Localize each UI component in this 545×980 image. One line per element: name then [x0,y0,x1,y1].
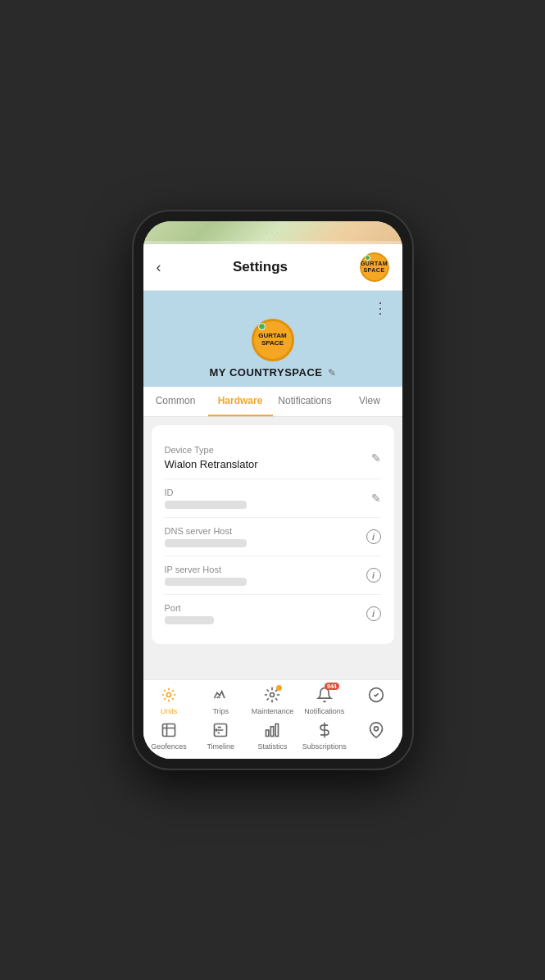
tab-hardware[interactable]: Hardware [208,387,273,416]
info-port-icon[interactable]: i [366,606,381,621]
nav-statistics[interactable]: Statistics [247,720,298,752]
field-label-device-type: Device Type [165,445,365,455]
svg-rect-3 [163,724,175,737]
field-label-dns: DNS server Host [165,526,360,536]
notifications-label: Notifications [304,707,344,715]
field-device-type: Device Type Wialon Retranslator ✎ [165,437,381,479]
svg-rect-8 [276,724,279,737]
app-screen: ‹ Settings GURTAMSPACE ⋮ GURTAMSPACE [143,244,402,759]
trips-label: Trips [212,707,229,715]
settings-tabs: Common Hardware Notifications View [143,387,402,417]
nav-units[interactable]: Units [143,685,195,717]
svg-point-10 [374,727,378,731]
maintenance-icon [264,687,280,706]
statistics-label: Statistics [257,742,287,751]
profile-online-indicator [258,323,266,330]
tab-notifications[interactable]: Notifications [273,387,338,416]
field-id: ID ✎ [165,479,381,518]
units-label: Units [161,707,178,715]
field-value-port [165,616,214,624]
geofences-label: Geofences [151,742,187,751]
subscriptions-icon [316,722,333,741]
nav-geofences[interactable]: Geofences [143,720,195,752]
timeline-label: Timeline [207,742,234,751]
field-value-device-type: Wialon Retranslator [165,458,365,470]
profile-logo: GURTAMSPACE [252,319,294,361]
field-label-ip: IP server Host [165,565,360,574]
field-label-port: Port [165,603,360,613]
tab-common[interactable]: Common [143,387,208,416]
svg-point-1 [270,693,275,697]
info-ip-icon[interactable]: i [366,568,381,583]
svg-point-0 [167,693,171,697]
bell-icon: 944 [316,687,333,706]
field-label-id: ID [165,488,365,497]
phone-screen: · · · ‹ Settings GURTAMSPACE ⋮ [143,221,402,759]
check-icon [368,687,384,706]
svg-rect-7 [271,727,274,737]
avatar-logo-text: GURTAMSPACE [361,261,388,273]
field-dns-host: DNS server Host i [165,518,381,556]
maintenance-badge [276,685,282,691]
content-area: Device Type Wialon Retranslator ✎ ID ✎ [143,417,402,679]
field-port: Port i [165,595,381,633]
notifications-badge: 944 [325,683,339,690]
field-value-id [165,501,247,509]
online-indicator [365,255,370,261]
hardware-card: Device Type Wialon Retranslator ✎ ID ✎ [152,425,394,644]
profile-banner: ⋮ GURTAMSPACE MY COUNTRYSPACE ✎ [143,291,402,387]
nav-timeline[interactable]: Timeline [195,720,247,752]
pin-icon [368,722,384,741]
profile-logo-text: GURTAMSPACE [258,333,287,347]
map-label: · · · [266,229,279,237]
field-value-ip [165,578,247,586]
geofences-icon [161,722,177,741]
profile-edit-icon[interactable]: ✎ [328,367,336,379]
info-dns-icon[interactable]: i [366,529,381,544]
nav-trips[interactable]: Trips [195,685,247,717]
units-icon [161,687,177,706]
nav-notifications[interactable]: 944 Notifications [298,685,350,717]
nav-maintenance[interactable]: Maintenance [247,685,298,717]
nav-subscriptions[interactable]: Subscriptions [298,720,350,752]
avatar-button[interactable]: GURTAMSPACE [360,252,389,282]
edit-device-type-icon[interactable]: ✎ [371,451,381,465]
tab-view[interactable]: View [338,387,402,416]
edit-id-icon[interactable]: ✎ [371,492,381,505]
svg-point-5 [216,729,217,731]
phone-frame: · · · ‹ Settings GURTAMSPACE ⋮ [134,211,412,769]
subscriptions-label: Subscriptions [302,742,347,751]
statistics-icon [264,722,280,741]
nav-check[interactable] [350,685,402,717]
trips-icon [212,687,229,706]
maintenance-label: Maintenance [252,707,294,715]
map-status-bar: · · · [143,221,402,244]
timeline-icon [212,722,229,741]
bottom-nav-row-2: Geofences Timeline [143,719,402,754]
more-options-button[interactable]: ⋮ [373,301,389,315]
header: ‹ Settings GURTAMSPACE [143,244,402,291]
field-ip-host: IP server Host i [165,556,381,595]
profile-name: MY COUNTRYSPACE [210,366,323,379]
back-button[interactable]: ‹ [157,256,168,278]
svg-rect-6 [266,730,269,737]
bottom-nav-row-1: Units Trips [143,683,402,719]
nav-pin[interactable] [350,720,402,752]
page-title: Settings [168,259,353,275]
field-value-dns [165,539,247,547]
bottom-navigation: Units Trips [143,679,402,759]
